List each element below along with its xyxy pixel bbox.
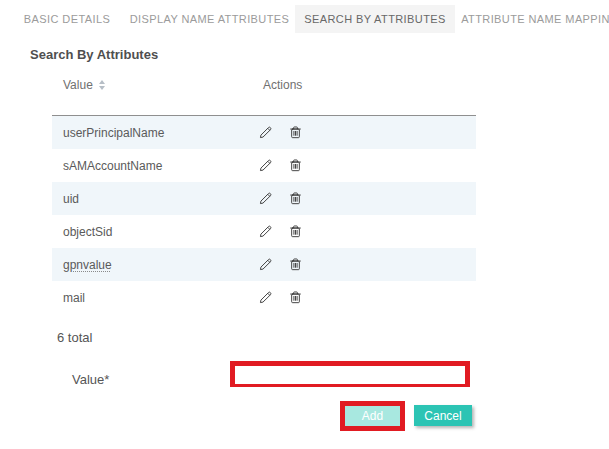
- delete-trash-icon[interactable]: [288, 290, 303, 305]
- column-header-actions: Actions: [263, 78, 302, 92]
- row-actions: [258, 290, 303, 305]
- column-header-value[interactable]: Value: [63, 78, 263, 92]
- total-count: 6 total: [57, 330, 92, 345]
- red-annotation-box-add: Add: [340, 401, 405, 431]
- delete-trash-icon[interactable]: [288, 158, 303, 173]
- row-value: userPrincipalName: [63, 126, 258, 140]
- row-value: objectSid: [63, 225, 258, 239]
- delete-trash-icon[interactable]: [288, 224, 303, 239]
- table-header: Value Actions: [52, 78, 476, 115]
- table-row: gpnvalue: [52, 248, 476, 281]
- table-body: userPrincipalName sAMAccountName: [52, 115, 476, 314]
- table-row: userPrincipalName: [52, 116, 476, 149]
- table-row: objectSid: [52, 215, 476, 248]
- delete-trash-icon[interactable]: [288, 191, 303, 206]
- row-value: sAMAccountName: [63, 159, 258, 173]
- edit-pencil-icon[interactable]: [258, 290, 273, 305]
- row-actions: [258, 224, 303, 239]
- row-actions: [258, 125, 303, 140]
- delete-trash-icon[interactable]: [288, 125, 303, 140]
- tab-bar: BASIC DETAILS DISPLAY NAME ATTRIBUTES SE…: [0, 5, 609, 33]
- column-header-value-label: Value: [63, 78, 93, 92]
- value-input[interactable]: [235, 368, 465, 384]
- tab-display-name-attributes[interactable]: DISPLAY NAME ATTRIBUTES: [124, 5, 295, 33]
- row-actions: [258, 158, 303, 173]
- attributes-table: Value Actions userPrincipalName: [52, 78, 476, 314]
- tab-basic-details[interactable]: BASIC DETAILS: [10, 5, 124, 33]
- row-value: gpnvalue: [63, 258, 258, 272]
- table-row: uid: [52, 182, 476, 215]
- add-button[interactable]: Add: [345, 406, 400, 426]
- edit-pencil-icon[interactable]: [258, 158, 273, 173]
- tab-search-by-attributes[interactable]: SEARCH BY ATTRIBUTES: [295, 5, 455, 33]
- row-value: mail: [63, 291, 258, 305]
- edit-pencil-icon[interactable]: [258, 191, 273, 206]
- edit-pencil-icon[interactable]: [258, 224, 273, 239]
- table-row: sAMAccountName: [52, 149, 476, 182]
- edit-pencil-icon[interactable]: [258, 125, 273, 140]
- cancel-button[interactable]: Cancel: [414, 405, 472, 426]
- edit-pencil-icon[interactable]: [258, 257, 273, 272]
- delete-trash-icon[interactable]: [288, 257, 303, 272]
- row-value: uid: [63, 192, 258, 206]
- table-row: mail: [52, 281, 476, 314]
- search-by-attributes-page: { "tabs": [ { "label": "BASIC DETAILS", …: [0, 0, 609, 449]
- red-annotation-box-input: [230, 361, 470, 387]
- row-actions: [258, 191, 303, 206]
- tab-attribute-name-mapping[interactable]: ATTRIBUTE NAME MAPPING: [460, 5, 609, 33]
- row-actions: [258, 257, 303, 272]
- page-title: Search By Attributes: [30, 47, 158, 62]
- sort-updown-icon[interactable]: [99, 80, 105, 90]
- value-field-label: Value*: [72, 372, 109, 387]
